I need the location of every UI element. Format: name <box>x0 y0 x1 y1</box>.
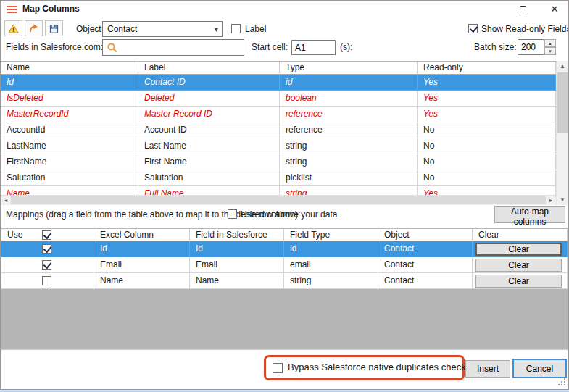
export-icon <box>28 23 39 34</box>
cancel-button[interactable]: Cancel <box>512 359 567 378</box>
use-row-above-label: Use row above your data <box>241 207 337 222</box>
column-header-readonly[interactable]: Read-only <box>418 62 556 75</box>
cell-label: Full Name <box>138 186 280 195</box>
object-select[interactable]: Contact ▾ <box>102 21 223 37</box>
table-row[interactable]: LastName Last Name string No <box>1 138 556 154</box>
cell-field-in-salesforce: Email <box>190 257 284 273</box>
show-readonly-checkbox[interactable] <box>468 24 478 33</box>
use-checkbox[interactable] <box>42 244 51 254</box>
scroll-left-icon[interactable]: ◄ <box>1 196 11 205</box>
mappings-table: Use Excel Column Field in Salesforce Fie… <box>1 228 568 350</box>
field-search-box <box>102 39 244 56</box>
table-row[interactable]: IsDeleted Deleted boolean Yes <box>1 91 556 107</box>
table-row[interactable]: AccountId Account ID reference No <box>1 122 556 138</box>
cell-readonly: No <box>418 154 556 170</box>
maximize-button[interactable] <box>515 2 531 16</box>
scroll-down-icon[interactable]: ▼ <box>557 194 568 205</box>
bypass-highlight-outline: Bypass Salesforce native duplicates chec… <box>264 355 465 380</box>
mapping-row[interactable]: Id Id id Contact Clear <box>1 241 568 257</box>
auto-map-columns-button[interactable]: Auto-map columns <box>494 206 565 223</box>
titlebar: Map Columns ✕ <box>1 1 568 18</box>
mapping-row[interactable]: Email Email email Contact Clear <box>1 257 568 273</box>
warning-toolbar-button[interactable] <box>4 20 22 36</box>
bypass-duplicates-label: Bypass Salesforce native duplicates chec… <box>288 359 466 375</box>
cell-name: Name <box>1 186 138 195</box>
window-title: Map Columns <box>22 4 80 14</box>
cell-clear: Clear <box>473 257 568 273</box>
cell-label: Account ID <box>138 122 280 138</box>
batch-size-label: Batch size: <box>474 39 517 55</box>
maximize-icon <box>520 6 526 12</box>
table-row[interactable]: Name Full Name string Yes <box>1 186 556 195</box>
use-checkbox[interactable] <box>42 276 51 285</box>
clear-button[interactable]: Clear <box>475 259 562 272</box>
use-row-above-checkbox[interactable] <box>228 209 237 219</box>
start-cell-label: Start cell: <box>252 39 288 55</box>
table-row[interactable]: FirstName First Name string No <box>1 154 556 170</box>
search-icon <box>107 42 118 54</box>
mappings-table-header: Use Excel Column Field in Salesforce Fie… <box>1 229 568 241</box>
cell-readonly: Yes <box>418 75 556 91</box>
cell-field-type: email <box>284 257 378 273</box>
vertical-scrollbar-thumb[interactable] <box>557 72 568 133</box>
horizontal-scrollbar: ◄ ► <box>1 195 556 205</box>
table-row[interactable]: Salutation Salutation picklist No <box>1 170 556 186</box>
show-readonly-label: Show Read-only Fields <box>481 21 569 37</box>
cell-clear: Clear <box>473 273 568 289</box>
column-header-use-label: Use <box>7 230 22 240</box>
column-header-field-type[interactable]: Field Type <box>284 229 378 241</box>
table-row[interactable]: Id Contact ID id Yes <box>1 75 556 91</box>
close-button[interactable]: ✕ <box>547 2 562 16</box>
scroll-up-icon[interactable]: ▲ <box>557 61 568 72</box>
horizontal-scrollbar-thumb[interactable] <box>11 196 546 204</box>
cell-type: string <box>280 186 418 195</box>
cell-type: id <box>280 75 418 91</box>
column-header-type[interactable]: Type <box>280 62 418 75</box>
label-checkbox-label: Label <box>245 21 266 37</box>
column-header-field-in-salesforce[interactable]: Field in Salesforce <box>190 229 284 241</box>
clear-button[interactable]: Clear <box>475 243 562 256</box>
column-header-name[interactable]: Name <box>1 62 138 75</box>
start-cell-suffix-label: (s): <box>340 39 352 55</box>
cell-label: Last Name <box>138 138 280 154</box>
column-header-use[interactable]: Use <box>1 229 94 241</box>
scroll-right-icon[interactable]: ► <box>546 196 556 205</box>
chevron-down-icon: ▾ <box>214 22 218 36</box>
bypass-duplicates-checkbox[interactable] <box>273 363 283 373</box>
resize-grip[interactable] <box>557 378 566 386</box>
use-checkbox[interactable] <box>42 260 51 270</box>
column-header-object[interactable]: Object <box>378 229 473 241</box>
cell-name: LastName <box>1 138 138 154</box>
cell-type: reference <box>280 122 418 138</box>
stepper-up-icon[interactable]: ▲ <box>544 39 556 47</box>
cell-object: Contact <box>378 257 473 273</box>
cell-readonly: No <box>418 122 556 138</box>
save-toolbar-button[interactable] <box>45 20 63 36</box>
export-toolbar-button[interactable] <box>25 20 43 36</box>
fields-table-header: Name Label Type Read-only <box>1 62 556 75</box>
cell-name: IsDeleted <box>1 91 138 107</box>
cell-name: Id <box>1 75 138 91</box>
label-checkbox[interactable] <box>231 24 241 33</box>
cell-label: Master Record ID <box>138 107 280 122</box>
batch-size-input[interactable] <box>518 39 544 55</box>
cell-label: Salutation <box>138 170 280 186</box>
cell-label: First Name <box>138 154 280 170</box>
cell-type: reference <box>280 107 418 122</box>
fields-table: Name Label Type Read-only Id Contact ID … <box>1 61 556 195</box>
cell-label: Contact ID <box>138 75 280 91</box>
use-all-checkbox[interactable] <box>42 230 51 240</box>
insert-button[interactable]: Insert <box>465 360 510 378</box>
search-input[interactable] <box>122 41 242 54</box>
cell-excel-column: Name <box>94 273 190 289</box>
cell-name: Salutation <box>1 170 138 186</box>
start-cell-input[interactable] <box>291 40 336 55</box>
column-header-clear[interactable]: Clear <box>473 229 568 241</box>
column-header-excel-column[interactable]: Excel Column <box>94 229 190 241</box>
cell-type: string <box>280 138 418 154</box>
table-row[interactable]: MasterRecordId Master Record ID referenc… <box>1 107 556 122</box>
stepper-down-icon[interactable]: ▼ <box>544 47 556 55</box>
clear-button[interactable]: Clear <box>475 275 562 288</box>
mapping-row[interactable]: Name Name string Contact Clear <box>1 273 568 289</box>
column-header-label[interactable]: Label <box>138 62 280 75</box>
